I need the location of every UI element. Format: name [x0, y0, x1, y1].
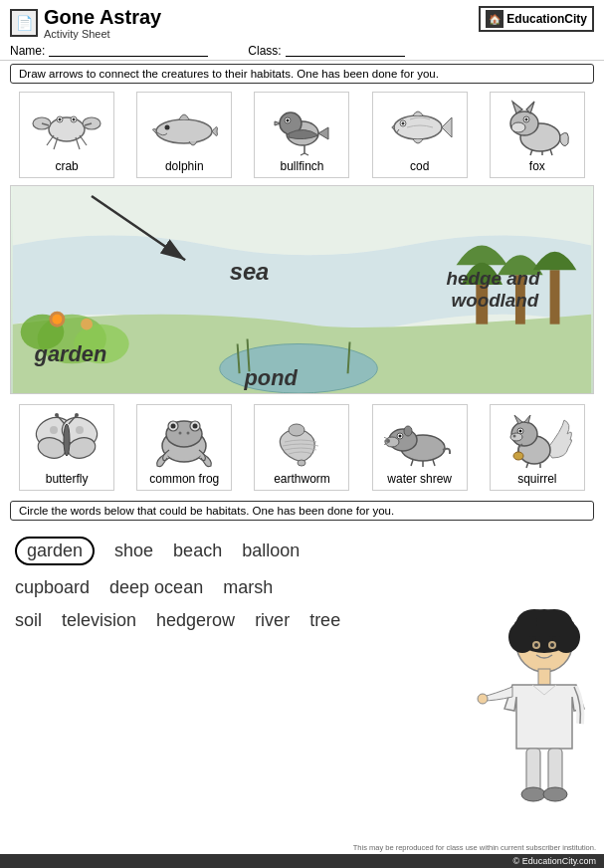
svg-point-65 — [76, 426, 84, 434]
svg-point-94 — [512, 435, 515, 438]
svg-rect-37 — [550, 270, 560, 324]
animal-img-dolphin — [148, 97, 220, 156]
animal-label-bullfinch: bullfinch — [280, 159, 323, 173]
name-underline — [49, 45, 208, 57]
animal-label-common-frog: common frog — [149, 472, 219, 486]
footer-bar: © EducationCity.com — [0, 854, 604, 868]
animal-label-dolphin: dolphin — [165, 159, 204, 173]
animal-card-dolphin: dolphin — [136, 92, 232, 178]
svg-point-82 — [404, 426, 412, 436]
svg-text:pond: pond — [244, 365, 299, 390]
edu-logo-icon: 🏠 — [486, 10, 503, 28]
animal-label-cod: cod — [410, 159, 429, 173]
svg-line-21 — [304, 153, 308, 155]
footer-brand: © EducationCity.com — [513, 856, 597, 866]
svg-point-71 — [193, 424, 198, 429]
svg-point-95 — [513, 452, 523, 460]
svg-point-107 — [550, 643, 554, 647]
svg-point-109 — [478, 694, 488, 704]
svg-line-8 — [80, 135, 87, 145]
name-field: Name: — [10, 44, 208, 58]
word-garden: garden — [15, 537, 95, 565]
svg-point-73 — [187, 432, 190, 435]
animal-card-crab: crab — [19, 92, 114, 178]
word-marsh: marsh — [223, 577, 273, 598]
animal-img-crab — [31, 97, 102, 156]
svg-line-33 — [550, 149, 552, 155]
character-figure — [475, 609, 594, 808]
animal-label-earthworm: earthworm — [274, 472, 330, 486]
animal-card-cod: cod — [372, 92, 468, 178]
page-subtitle: Activity Sheet — [44, 28, 161, 40]
word-cupboard: cupboard — [15, 577, 90, 598]
svg-point-69 — [171, 424, 176, 429]
svg-point-93 — [510, 433, 522, 441]
svg-point-0 — [49, 117, 85, 141]
svg-point-103 — [536, 609, 572, 637]
animal-card-fox: fox — [490, 92, 585, 178]
svg-point-92 — [518, 430, 521, 433]
title-block: 📄 Gone Astray Activity Sheet — [10, 6, 161, 40]
habitat-scene: sea garden pond hedge and woodland — [10, 185, 594, 394]
animal-card-water-shrew: water shrew — [372, 404, 468, 491]
form-line: Name: Class: — [0, 42, 604, 61]
word-television: television — [62, 610, 136, 631]
svg-text:garden: garden — [34, 341, 107, 366]
animal-img-fox — [502, 97, 573, 156]
svg-point-72 — [179, 432, 182, 435]
words-row-2: cupboard deep ocean marsh — [15, 571, 589, 604]
svg-point-13 — [156, 119, 212, 143]
class-underline — [286, 45, 405, 57]
word-deep-ocean: deep ocean — [109, 577, 203, 598]
edu-logo-text: EducationCity — [506, 12, 587, 26]
footer-note-text: This may be reproduced for class use wit… — [353, 843, 596, 852]
words-row-1: garden shoe beach balloon — [15, 531, 589, 571]
svg-point-44 — [220, 343, 377, 393]
svg-point-14 — [165, 125, 170, 130]
svg-line-20 — [301, 153, 304, 155]
animal-card-bullfinch: bullfinch — [254, 92, 349, 178]
word-beach: beach — [173, 541, 222, 561]
svg-point-106 — [534, 643, 538, 647]
svg-point-81 — [398, 435, 401, 438]
svg-point-10 — [59, 118, 62, 121]
svg-point-59 — [64, 424, 70, 456]
animal-img-watershrew — [384, 409, 456, 469]
svg-point-42 — [52, 315, 62, 325]
word-river: river — [255, 610, 290, 631]
header: 📄 Gone Astray Activity Sheet 🏠 Education… — [0, 0, 604, 42]
instruction-text-1: Draw arrows to connect the creatures to … — [19, 68, 439, 80]
top-animals-row: crab dolphin — [0, 87, 604, 183]
word-balloon: balloon — [242, 541, 300, 561]
animal-card-butterfly: butterfly — [19, 404, 114, 491]
worksheet-icon: 📄 — [10, 9, 38, 37]
animal-img-butterfly — [31, 409, 102, 469]
animal-img-bullfinch — [266, 97, 337, 156]
animal-label-water-shrew: water shrew — [387, 472, 452, 486]
word-hedgerow: hedgerow — [156, 610, 235, 631]
svg-point-64 — [50, 426, 58, 434]
word-soil: soil — [15, 610, 42, 631]
svg-text:sea: sea — [230, 258, 270, 285]
svg-point-63 — [75, 413, 79, 417]
svg-point-61 — [55, 413, 59, 417]
bottom-animals-row: butterfly — [0, 399, 604, 496]
instruction-box-1: Draw arrows to connect the creatures to … — [10, 64, 594, 84]
instruction-box-2: Circle the words below that could be hab… — [10, 501, 594, 521]
animal-label-butterfly: butterfly — [46, 472, 89, 486]
svg-point-22 — [394, 115, 442, 139]
word-shoe: shoe — [114, 541, 153, 561]
svg-rect-108 — [538, 669, 550, 685]
svg-text:hedge and: hedge and — [447, 268, 541, 289]
edu-logo: 🏠 EducationCity — [479, 6, 594, 32]
page-title: Gone Astray — [44, 6, 161, 28]
svg-text:woodland: woodland — [452, 290, 539, 311]
svg-point-75 — [298, 460, 305, 466]
svg-point-28 — [511, 122, 525, 132]
animal-img-earthworm — [266, 409, 337, 469]
word-tree: tree — [309, 610, 340, 631]
animal-label-squirrel: squirrel — [517, 472, 556, 486]
animal-label-fox: fox — [529, 159, 545, 173]
class-field: Class: — [248, 44, 404, 58]
svg-point-43 — [81, 319, 93, 330]
